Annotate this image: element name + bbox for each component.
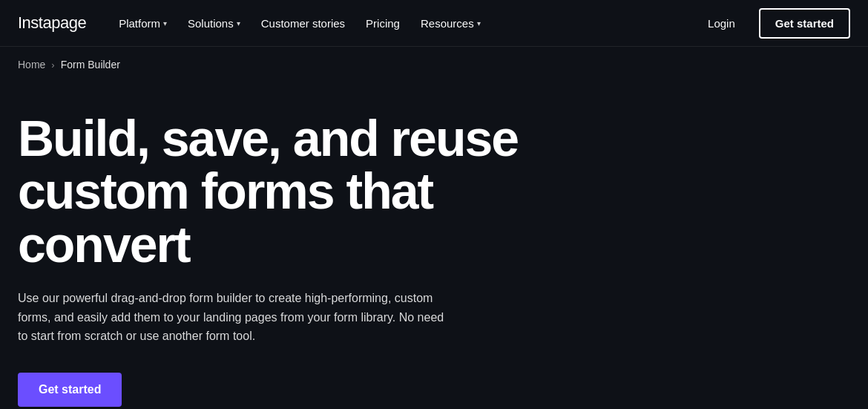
hero-section: Build, save, and reuse custom forms that… (0, 82, 579, 409)
solutions-label: Solutions (188, 17, 234, 30)
breadcrumb-separator-icon: › (51, 59, 54, 71)
navbar: Instapage Platform ▾ Solutions ▾ Custome… (0, 0, 868, 47)
brand-name: Instapage (18, 13, 86, 32)
nav-left: Instapage Platform ▾ Solutions ▾ Custome… (18, 11, 490, 36)
resources-label: Resources (421, 17, 474, 30)
platform-label: Platform (119, 17, 160, 30)
nav-pricing[interactable]: Pricing (357, 11, 409, 36)
get-started-nav-label: Get started (775, 17, 834, 30)
nav-customer-stories[interactable]: Customer stories (252, 11, 354, 36)
breadcrumb-home[interactable]: Home (18, 59, 45, 71)
logo[interactable]: Instapage (18, 13, 86, 33)
platform-chevron-icon: ▾ (163, 19, 167, 27)
hero-title: Build, save, and reuse custom forms that… (18, 112, 561, 271)
hero-description: Use our powerful drag-and-drop form buil… (18, 289, 448, 346)
nav-right: Login Get started (696, 8, 850, 39)
nav-resources[interactable]: Resources ▾ (412, 11, 490, 36)
breadcrumb-current: Form Builder (61, 59, 120, 71)
get-started-nav-button[interactable]: Get started (759, 8, 850, 39)
pricing-label: Pricing (366, 17, 400, 30)
hero-cta-button[interactable]: Get started (18, 373, 122, 407)
login-button[interactable]: Login (696, 11, 747, 36)
nav-links: Platform ▾ Solutions ▾ Customer stories … (110, 11, 490, 36)
nav-platform[interactable]: Platform ▾ (110, 11, 176, 36)
solutions-chevron-icon: ▾ (237, 19, 240, 27)
customer-stories-label: Customer stories (261, 17, 345, 30)
resources-chevron-icon: ▾ (477, 19, 481, 27)
breadcrumb: Home › Form Builder (0, 47, 868, 82)
nav-solutions[interactable]: Solutions ▾ (179, 11, 249, 36)
login-label: Login (708, 17, 735, 30)
hero-cta-label: Get started (39, 383, 101, 396)
